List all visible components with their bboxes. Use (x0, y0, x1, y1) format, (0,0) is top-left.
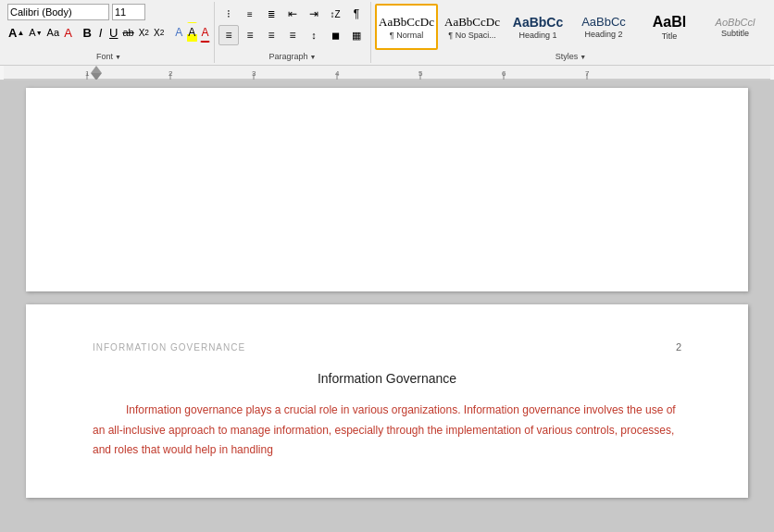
paragraph-section: ⁝ ≡ ≣ ⇤ ⇥ ↕Z ¶ ≡ ≡ ≡ ≡ ↕ ◼ ▦ Paragraph ▼ (215, 2, 371, 63)
style-subtitle[interactable]: AoBbCcl Subtitle (704, 4, 767, 50)
show-formatting-button[interactable]: ¶ (346, 4, 367, 24)
style-subtitle-label: Subtitle (721, 29, 749, 38)
styles-section: AaBbCcDc ¶ Normal AaBbCcDc ¶ No Spaci...… (371, 2, 770, 63)
style-no-spacing[interactable]: AaBbCcDc ¶ No Spaci... (441, 4, 504, 50)
svg-text:4: 4 (335, 69, 340, 78)
svg-text:1: 1 (85, 69, 90, 78)
increase-indent-button[interactable]: ⇥ (304, 4, 324, 24)
shrink-font-button[interactable]: A▼ (28, 22, 43, 43)
svg-rect-0 (4, 66, 770, 80)
align-left-button[interactable]: ≡ (218, 25, 239, 45)
style-normal-preview: AaBbCcDc (379, 15, 434, 30)
multilevel-list-button[interactable]: ≣ (261, 4, 281, 24)
styles-section-label: Styles ▼ (371, 52, 770, 61)
svg-text:6: 6 (502, 69, 506, 78)
paragraph-section-label: Paragraph ▼ (215, 52, 370, 61)
style-heading2[interactable]: AaBbCc Heading 2 (572, 4, 635, 50)
paragraph-expand-icon[interactable]: ▼ (310, 54, 317, 60)
text-highlight-button[interactable]: A (187, 22, 197, 43)
page-1 (26, 88, 748, 291)
style-heading1-label: Heading 1 (518, 31, 556, 40)
bullets-button[interactable]: ⁝ (218, 4, 239, 24)
numbering-button[interactable]: ≡ (240, 4, 260, 24)
line-spacing-button[interactable]: ↕ (304, 25, 324, 45)
style-normal-label: ¶ Normal (390, 31, 423, 40)
svg-rect-1 (4, 79, 770, 80)
styles-expand-icon[interactable]: ▼ (580, 54, 586, 60)
ruler-inner: 1 2 3 4 5 6 7 (4, 66, 770, 80)
style-normal[interactable]: AaBbCcDc ¶ Normal (375, 4, 438, 50)
document-area: INFORMATION GOVERNANCE 2 Information Gov… (0, 80, 774, 522)
font-expand-icon[interactable]: ▼ (115, 54, 121, 60)
change-case-button[interactable]: Aa (46, 22, 60, 43)
doc-title: Information Governance (93, 371, 681, 386)
font-section: A▲ A▼ Aa A B I U ab X2 X2 A A A Font ▼ (4, 2, 215, 63)
italic-button[interactable]: I (95, 22, 106, 43)
font-size-input[interactable] (112, 4, 145, 20)
subscript-button[interactable]: X2 (138, 22, 150, 43)
underline-button[interactable]: U (108, 22, 119, 43)
svg-text:7: 7 (585, 69, 590, 78)
grow-font-button[interactable]: A▲ (7, 22, 25, 43)
font-section-label: Font ▼ (4, 52, 214, 61)
font-name-input[interactable] (7, 4, 109, 20)
decrease-indent-button[interactable]: ⇤ (282, 4, 303, 24)
toolbar: A▲ A▼ Aa A B I U ab X2 X2 A A A Font ▼ ⁝… (0, 0, 774, 66)
clear-format-button[interactable]: A (63, 22, 73, 43)
style-no-spacing-label: ¶ No Spaci... (448, 31, 495, 40)
chapter-label: INFORMATION GOVERNANCE (93, 342, 245, 353)
font-color-button[interactable]: A (200, 22, 210, 43)
doc-paragraph: Information governance plays a crucial r… (93, 401, 681, 461)
svg-text:5: 5 (418, 69, 423, 78)
style-no-spacing-preview: AaBbCcDc (444, 15, 500, 30)
bold-button[interactable]: B (82, 22, 93, 43)
svg-text:3: 3 (252, 69, 256, 78)
styles-list: AaBbCcDc ¶ Normal AaBbCcDc ¶ No Spaci...… (375, 4, 767, 50)
style-title-label: Title (662, 31, 678, 41)
page-2-content: INFORMATION GOVERNANCE 2 Information Gov… (26, 304, 748, 498)
style-heading2-preview: AaBbCc (581, 15, 626, 29)
style-subtitle-preview: AoBbCcl (716, 17, 755, 28)
style-heading1-preview: AaBbCc (513, 15, 563, 30)
text-effect-button[interactable]: A (174, 22, 184, 43)
style-title-preview: AaBl (653, 14, 686, 31)
align-right-button[interactable]: ≡ (261, 25, 281, 45)
page-header: INFORMATION GOVERNANCE 2 (93, 341, 681, 353)
sort-button[interactable]: ↕Z (325, 4, 345, 24)
style-heading1[interactable]: AaBbCc Heading 1 (506, 4, 569, 50)
svg-text:2: 2 (169, 69, 173, 78)
superscript-button[interactable]: X2 (153, 22, 165, 43)
ruler: 1 2 3 4 5 6 7 (0, 66, 774, 80)
style-title[interactable]: AaBl Title (638, 4, 701, 50)
borders-button[interactable]: ▦ (346, 25, 367, 45)
align-justify-button[interactable]: ≡ (282, 25, 303, 45)
align-center-button[interactable]: ≡ (240, 25, 260, 45)
page-number: 2 (676, 341, 681, 353)
strikethrough-button[interactable]: ab (121, 22, 134, 43)
shading-button[interactable]: ◼ (325, 25, 345, 45)
style-heading2-label: Heading 2 (584, 30, 622, 39)
page-2: INFORMATION GOVERNANCE 2 Information Gov… (26, 304, 748, 498)
